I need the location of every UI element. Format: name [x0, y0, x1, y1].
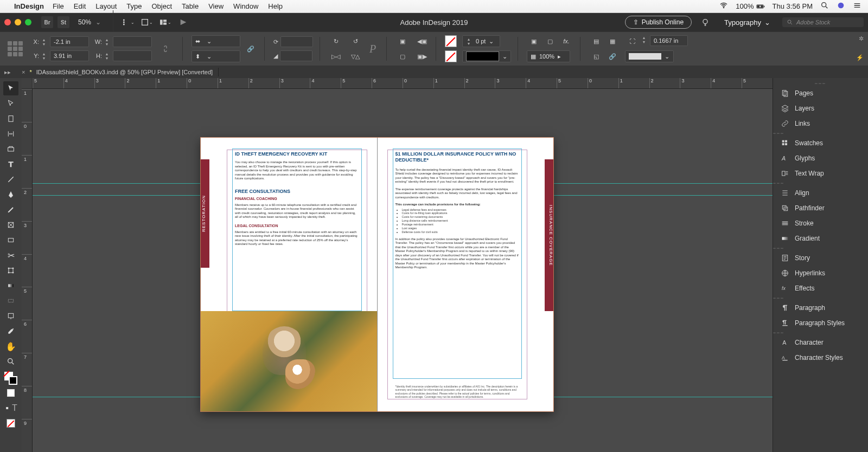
- corners-icon[interactable]: ◱: [589, 50, 603, 62]
- page-right[interactable]: INSURANCE COVERAGE $1 MILLION DOLLAR INS…: [377, 138, 554, 411]
- select-container-icon[interactable]: ▣: [395, 35, 410, 47]
- fx-icon[interactable]: fx.: [559, 35, 573, 47]
- panel-character[interactable]: ACharacter: [773, 335, 868, 350]
- rectangle-frame-tool[interactable]: [3, 218, 18, 232]
- minimize-window[interactable]: [15, 19, 21, 25]
- w-input[interactable]: [113, 36, 152, 47]
- document-tab[interactable]: × *IDAssaultShield_BOOKv3.indd @ 50% [GP…: [16, 68, 219, 76]
- stock-button[interactable]: St: [58, 16, 69, 28]
- shear-input[interactable]: [280, 50, 312, 61]
- zoom-selector[interactable]: 50% ⌄: [74, 18, 105, 26]
- canvas[interactable]: 543210123456012345012345 10123456789 RES…: [22, 78, 773, 452]
- stroke-style[interactable]: ⌄: [462, 50, 511, 62]
- flip-h-icon[interactable]: ▷◁: [329, 50, 343, 62]
- panel-grip[interactable]: ┅┅┅: [815, 81, 826, 86]
- preflight-icon[interactable]: ⚡: [856, 54, 864, 61]
- panel-paragraph-styles[interactable]: Paragraph Styles: [773, 315, 868, 331]
- stock-search[interactable]: Adobe Stock: [782, 17, 864, 27]
- panel-gradient[interactable]: Gradient: [773, 231, 868, 246]
- panel-grip[interactable]: ┅┅┅: [773, 296, 868, 300]
- gradient-feather-tool[interactable]: [3, 294, 18, 308]
- flip-v-icon[interactable]: ▽△: [348, 50, 362, 62]
- scissors-tool[interactable]: ✂: [3, 248, 18, 262]
- rotate-cw-icon[interactable]: ↻: [329, 35, 343, 47]
- maximize-window[interactable]: [25, 19, 31, 25]
- menu-object[interactable]: Object: [152, 2, 173, 10]
- panel-stroke[interactable]: Stroke: [773, 216, 868, 231]
- panel-paragraph[interactable]: Paragraph: [773, 300, 868, 315]
- wifi-icon[interactable]: [719, 1, 728, 11]
- default-fill-icon[interactable]: [3, 386, 18, 400]
- fill-swatch[interactable]: [445, 35, 457, 47]
- gpu-preview-icon[interactable]: [176, 16, 190, 28]
- corner-style[interactable]: ⌄: [625, 50, 674, 62]
- eyedropper-tool[interactable]: [3, 324, 18, 338]
- panel-story[interactable]: Story: [773, 250, 868, 266]
- panel-swatches[interactable]: Swatches: [773, 135, 868, 151]
- apply-text-icon[interactable]: T: [11, 401, 18, 415]
- page-tool[interactable]: [3, 112, 18, 126]
- ruler-origin[interactable]: [22, 78, 33, 89]
- menu-layout[interactable]: Layout: [95, 2, 117, 10]
- panel-glyphs[interactable]: AGlyphs: [773, 151, 868, 166]
- menu-extras-icon[interactable]: [853, 1, 861, 11]
- rectangle-tool[interactable]: [3, 233, 18, 247]
- workspace-switcher[interactable]: Typography ⌄: [719, 18, 776, 27]
- selection-tool[interactable]: [3, 81, 18, 95]
- menu-view[interactable]: View: [208, 2, 224, 10]
- scale-y[interactable]: ⬍⌄: [192, 50, 240, 62]
- clear-transform-icon[interactable]: P: [366, 43, 380, 55]
- screen-mode-icon[interactable]: ⌄: [139, 16, 154, 28]
- stroke-swatch[interactable]: [445, 50, 457, 62]
- type-tool[interactable]: [3, 157, 18, 171]
- spotlight-icon[interactable]: [820, 1, 829, 11]
- gradient-swatch-tool[interactable]: [3, 279, 18, 293]
- drop-shadow-icon[interactable]: ▣: [527, 35, 541, 47]
- stroke-weight[interactable]: ▲▼0 pt⌄: [462, 35, 500, 47]
- menu-help[interactable]: Help: [268, 2, 283, 10]
- link-icon[interactable]: 🔗: [244, 43, 258, 55]
- menu-type[interactable]: Type: [126, 2, 142, 10]
- menu-window[interactable]: Window: [233, 2, 258, 10]
- photo-placeholder[interactable]: [201, 311, 377, 411]
- customize-icon[interactable]: ✲: [859, 35, 864, 42]
- expand-panels-icon[interactable]: ▸▸: [4, 69, 11, 76]
- panel-text-wrap[interactable]: Text Wrap: [773, 166, 868, 181]
- line-tool[interactable]: [3, 172, 18, 186]
- constrain-icon[interactable]: [158, 43, 173, 55]
- close-tab-icon[interactable]: ×: [22, 69, 25, 75]
- content-collector-tool[interactable]: [3, 142, 18, 156]
- menu-file[interactable]: File: [53, 2, 64, 10]
- reference-point[interactable]: [8, 41, 23, 56]
- select-next-icon[interactable]: ▣▶: [415, 50, 429, 62]
- ruler-horizontal[interactable]: 543210123456012345012345: [33, 78, 773, 89]
- panel-hyperlinks[interactable]: Hyperlinks: [773, 266, 868, 281]
- app-name[interactable]: InDesign: [14, 2, 44, 10]
- wrap-none-icon[interactable]: ▤: [589, 35, 603, 47]
- corners-link-icon[interactable]: 🔗: [605, 50, 620, 62]
- hand-tool[interactable]: ✋: [3, 339, 18, 353]
- fit-frame-icon[interactable]: ⛶: [625, 35, 639, 47]
- scale-x[interactable]: ⬌⌄: [192, 35, 240, 47]
- apply-color-icon[interactable]: ▪: [3, 401, 11, 415]
- select-prev-icon[interactable]: ◀▣: [415, 35, 429, 47]
- panel-character-styles[interactable]: ACharacter Styles: [773, 350, 868, 365]
- h-input[interactable]: [113, 50, 152, 61]
- panel-grip[interactable]: ┅┅┅: [773, 181, 868, 185]
- view-options-icon[interactable]: ⌄: [121, 16, 135, 28]
- panel-grip[interactable]: ┅┅┅: [773, 331, 868, 335]
- note-tool[interactable]: [3, 309, 18, 323]
- panel-grip[interactable]: ┅┅┅: [773, 131, 868, 135]
- menu-table[interactable]: Table: [182, 2, 199, 10]
- y-input[interactable]: 3.91 in: [50, 50, 89, 61]
- close-window[interactable]: [4, 19, 11, 25]
- publish-online-button[interactable]: ⇪ Publish Online: [625, 16, 692, 29]
- rotate-input[interactable]: [280, 36, 313, 47]
- arrange-icon[interactable]: ⌄: [158, 16, 172, 28]
- direct-selection-tool[interactable]: [3, 96, 18, 111]
- x-input[interactable]: -2.1 in: [50, 36, 89, 47]
- menu-edit[interactable]: Edit: [74, 2, 86, 10]
- panel-links[interactable]: Links: [773, 116, 868, 131]
- clock[interactable]: Thu 3:56 PM: [773, 2, 813, 10]
- panel-pages[interactable]: Pages: [773, 86, 868, 101]
